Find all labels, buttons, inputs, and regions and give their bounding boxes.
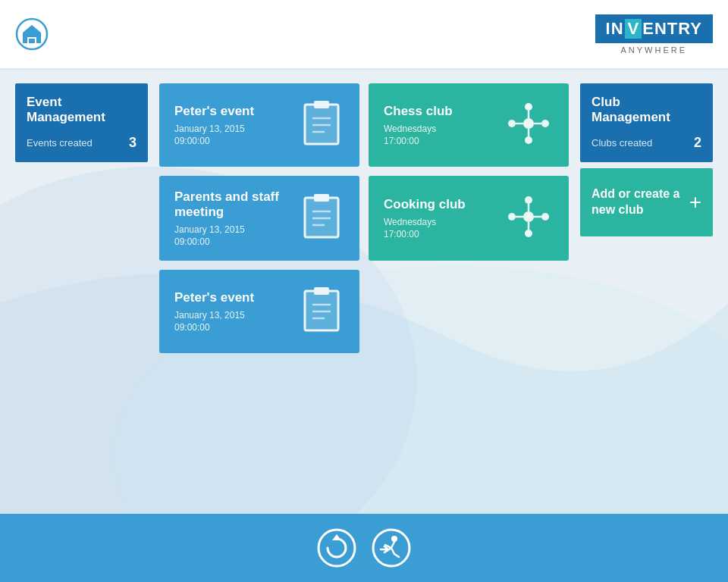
svg-point-12 xyxy=(525,136,532,144)
club-card-1-time: 17:00:00 xyxy=(384,229,466,239)
svg-point-26 xyxy=(525,230,532,237)
svg-point-9 xyxy=(523,118,534,129)
event-card-2-info: Peter's event January 13, 2015 09:00:00 xyxy=(174,290,254,333)
events-count: 3 xyxy=(129,135,136,151)
logo: IN V ENTRY ANYWHERE xyxy=(595,14,713,55)
svg-point-23 xyxy=(523,211,534,222)
clubs-created-row: Clubs created 2 xyxy=(592,135,701,151)
event-card-1-date: January 13, 2015 xyxy=(174,224,299,235)
event-card-2[interactable]: Peter's event January 13, 2015 09:00:00 xyxy=(159,270,359,353)
club-card-0-title: Chess club xyxy=(384,104,453,119)
svg-rect-5 xyxy=(314,101,329,108)
club-card-0[interactable]: Chess club Wednesdays 17:00:00 xyxy=(369,83,569,167)
add-club-label: Add or create a new club xyxy=(592,186,682,218)
event-card-2-date: January 13, 2015 xyxy=(174,310,254,321)
club-management-card[interactable]: Club Management Clubs created 2 xyxy=(580,83,713,162)
event-management-card[interactable]: Event Management Events created 3 xyxy=(15,83,148,162)
svg-marker-38 xyxy=(332,534,341,540)
clipboard-icon-2 xyxy=(299,283,344,340)
club-card-1-title: Cooking club xyxy=(384,197,466,212)
header: IN V ENTRY ANYWHERE xyxy=(0,0,728,68)
svg-rect-33 xyxy=(314,287,329,295)
event-card-0[interactable]: Peter's event January 13, 2015 09:00:00 xyxy=(159,83,359,167)
exit-button[interactable] xyxy=(372,528,411,568)
people-icon-0 xyxy=(504,99,554,152)
event-card-1-info: Parents and staff meeting January 13, 20… xyxy=(174,189,299,247)
event-card-0-date: January 13, 2015 xyxy=(174,124,254,134)
events-created-row: Events created 3 xyxy=(27,135,136,151)
svg-point-16 xyxy=(541,120,549,127)
logo-v-box: V xyxy=(625,19,642,39)
event-management-sidebar: Event Management Events created 3 xyxy=(15,83,148,499)
club-card-1-info: Cooking club Wednesdays 17:00:00 xyxy=(384,197,466,239)
cards-grid: Peter's event January 13, 2015 09:00:00 … xyxy=(159,83,569,499)
club-card-1-day: Wednesdays xyxy=(384,217,466,227)
svg-point-30 xyxy=(541,213,549,221)
clipboard-icon-1 xyxy=(299,190,344,246)
club-card-0-day: Wednesdays xyxy=(384,124,453,134)
svg-point-24 xyxy=(525,196,532,204)
home-button[interactable] xyxy=(15,17,49,51)
main-content: Event Management Events created 3 Peter'… xyxy=(0,68,728,514)
event-card-1-title: Parents and staff meeting xyxy=(174,189,299,220)
svg-point-14 xyxy=(508,120,516,127)
club-card-1[interactable]: Cooking club Wednesdays 17:00:00 xyxy=(369,176,569,261)
logo-in: IN xyxy=(606,19,624,39)
event-card-1-time: 09:00:00 xyxy=(174,236,299,247)
club-management-title: Club Management xyxy=(592,95,701,126)
logo-anywhere: ANYWHERE xyxy=(621,45,688,55)
people-icon-1 xyxy=(504,192,554,245)
event-card-1[interactable]: Parents and staff meeting January 13, 20… xyxy=(159,176,359,261)
logo-entry: ENTRY xyxy=(642,19,702,39)
clipboard-icon-0 xyxy=(299,97,344,153)
svg-point-28 xyxy=(508,213,516,221)
clubs-created-label: Clubs created xyxy=(592,137,652,149)
footer xyxy=(0,514,728,582)
svg-rect-19 xyxy=(314,194,329,202)
event-management-title: Event Management xyxy=(27,95,136,126)
add-club-plus-icon: + xyxy=(689,190,701,214)
refresh-button[interactable] xyxy=(317,528,356,568)
event-card-2-time: 09:00:00 xyxy=(174,322,254,333)
club-management-sidebar: Club Management Clubs created 2 Add or c… xyxy=(580,83,713,499)
club-card-0-time: 17:00:00 xyxy=(384,136,453,146)
club-card-0-info: Chess club Wednesdays 17:00:00 xyxy=(384,104,453,146)
svg-rect-3 xyxy=(29,39,35,43)
svg-point-10 xyxy=(525,103,532,111)
add-club-button[interactable]: Add or create a new club + xyxy=(580,168,713,236)
event-card-0-title: Peter's event xyxy=(174,104,254,119)
event-card-0-info: Peter's event January 13, 2015 09:00:00 xyxy=(174,104,254,146)
clubs-count: 2 xyxy=(694,135,701,151)
event-card-0-time: 09:00:00 xyxy=(174,136,254,146)
events-created-label: Events created xyxy=(27,137,93,149)
event-card-2-title: Peter's event xyxy=(174,290,254,305)
logo-v: V xyxy=(628,19,639,38)
